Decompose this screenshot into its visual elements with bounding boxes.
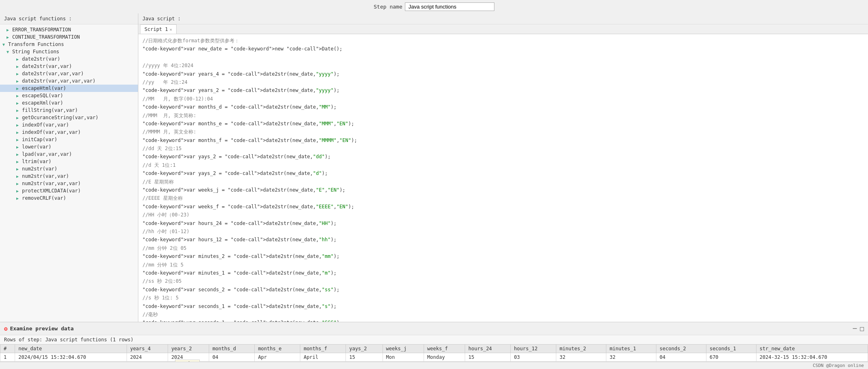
tree-item-initCap[interactable]: ▶initCap(var): [0, 136, 138, 143]
tree-arrow-continue_transformation: ▶: [7, 35, 11, 39]
examine-label: Examine preview data: [10, 325, 74, 332]
code-line-29: //ss 秒 2位:05: [142, 277, 864, 285]
tree-label-fillString: fillString(var,var): [22, 107, 78, 113]
table-cell-0-2: 2024: [127, 353, 168, 362]
tree-item-removeCRLF[interactable]: ▶removeCRLF(var): [0, 194, 138, 202]
rows-label: Rows of step: Java script functions (1 r…: [0, 335, 868, 344]
code-line-25: //mm 分钟 2位 05: [142, 244, 864, 252]
col-header-months_d: months_d: [209, 345, 255, 353]
tree-arrow-ltrim: ▶: [16, 159, 20, 164]
tree-label-num2str_3: num2str(var,var,var): [22, 181, 81, 186]
code-line-31: //s 秒 1位: 5: [142, 294, 864, 302]
tree-label-escapeXml: escapeXml(var): [22, 100, 63, 106]
tree-item-getOcuranceString[interactable]: ▶getOcuranceString(var,var): [0, 114, 138, 121]
tree-item-num2str_1[interactable]: ▶num2str(var): [0, 165, 138, 172]
tree-item-date2str_1[interactable]: ▶date2str(var): [0, 55, 138, 63]
tree-arrow-indexOf_2: ▶: [16, 130, 20, 135]
code-line-4: "code-keyword">var years_4 = "code-call"…: [142, 70, 864, 78]
tree-arrow-date2str_4: ▶: [16, 79, 20, 83]
tree-label-getOcuranceString: getOcuranceString(var,var): [22, 115, 98, 120]
tree-item-lower[interactable]: ▶lower(var): [0, 143, 138, 151]
tree-arrow-date2str_2: ▶: [16, 64, 20, 69]
tree-item-indexOf_2[interactable]: ▶indexOf(var,var,var): [0, 129, 138, 136]
expand-button[interactable]: □: [860, 325, 864, 332]
table-cell-0-16: 2024-32-15 15:32:04.670: [756, 353, 868, 362]
tree-arrow-getOcuranceString: ▶: [16, 116, 20, 120]
step-name-input[interactable]: [405, 2, 494, 11]
tree-arrow-num2str_3: ▶: [16, 181, 20, 186]
code-line-8: "code-keyword">var months_d = "code-call…: [142, 103, 864, 111]
tree-arrow-num2str_1: ▶: [16, 167, 20, 171]
col-header-str_new_date: str_new_date: [756, 345, 868, 353]
code-line-30: "code-keyword">var seconds_2 = "code-cal…: [142, 286, 864, 294]
tree-item-num2str_3[interactable]: ▶num2str(var,var,var): [0, 180, 138, 187]
tree-item-ltrim[interactable]: ▶ltrim(var): [0, 158, 138, 165]
tree-item-date2str_3[interactable]: ▶date2str(var,var,var): [0, 70, 138, 77]
script-tabs: Script 1 ✕: [138, 24, 868, 34]
tree-arrow-num2str_2: ▶: [16, 174, 20, 179]
tree-item-indexOf_1[interactable]: ▶indexOf(var,var): [0, 121, 138, 129]
status-text: CSDN @Dragon online: [813, 363, 864, 368]
tree-label-date2str_2: date2str(var,var): [22, 63, 72, 69]
tree-item-error_transformation[interactable]: ▶ERROR_TRANSFORMATION: [0, 26, 138, 33]
step-name-bar: Step name: [0, 0, 868, 13]
tree-item-date2str_4[interactable]: ▶date2str(var,var,var,var): [0, 77, 138, 85]
step-name-label: Step name: [374, 4, 402, 10]
code-line-2: [142, 53, 864, 61]
table-cell-0-11: 03: [511, 353, 556, 362]
code-line-26: "code-keyword">var minutes_2 = "code-cal…: [142, 252, 864, 260]
col-header-hours_24: hours_24: [465, 345, 511, 353]
tree-item-date2str_2[interactable]: ▶date2str(var,var): [0, 63, 138, 70]
code-line-6: "code-keyword">var years_2 = "code-call"…: [142, 86, 864, 94]
table-cell-0-9: Monday: [424, 353, 465, 362]
tree-label-continue_transformation: CONTINUE_TRANSFORMATION: [12, 34, 80, 40]
code-line-21: //HH 小时（00-23): [142, 211, 864, 219]
script-tab-1[interactable]: Script 1 ✕: [140, 24, 177, 34]
left-panel-header: Java script functions :: [0, 13, 138, 24]
code-area[interactable]: //日期格式化参数format参数类型供参考："code-keyword">va…: [138, 34, 868, 322]
status-bar: CSDN @Dragon online: [0, 362, 868, 369]
code-line-19: //EEEE 星期全称: [142, 194, 864, 202]
tree-item-continue_transformation[interactable]: ▶CONTINUE_TRANSFORMATION: [0, 33, 138, 41]
code-line-15: //d 天 1位:1: [142, 161, 864, 169]
tree-item-escapeXml[interactable]: ▶escapeXml(var): [0, 99, 138, 107]
code-line-16: "code-keyword">var yays_2 = "code-call">…: [142, 169, 864, 177]
tree-arrow-string_functions: ▼: [7, 50, 11, 54]
code-line-14: "code-keyword">var yays_2 = "code-call">…: [142, 153, 864, 161]
code-line-0: //日期格式化参数format参数类型供参考：: [142, 37, 864, 45]
tree-arrow-date2str_1: ▶: [16, 57, 20, 61]
bottom-header: ⚙ Examine preview data ─ □: [0, 322, 868, 335]
tree-item-transform_functions[interactable]: ▼Transform Functions: [0, 41, 138, 48]
data-table-wrapper: #new_dateyears_4years_2months_dmonths_em…: [0, 344, 868, 362]
tree-item-escapeHtml[interactable]: ▶escapeHtml(var): [0, 85, 138, 92]
col-header-new_date: new_date: [15, 345, 127, 353]
tree-arrow-initCap: ▶: [16, 138, 20, 142]
col-header-#: #: [0, 345, 15, 353]
code-line-12: "code-keyword">var months_f = "code-call…: [142, 136, 864, 144]
tree-arrow-error_transformation: ▶: [7, 28, 11, 32]
minimize-button[interactable]: ─: [853, 325, 857, 332]
bottom-header-left: ⚙ Examine preview data: [4, 325, 74, 332]
tree-arrow-date2str_3: ▶: [16, 72, 20, 76]
tree-item-string_functions[interactable]: ▼String Functions: [0, 48, 138, 55]
right-panel-header: Java script :: [138, 13, 868, 24]
tree-item-fillString[interactable]: ▶fillString(var,var): [0, 107, 138, 114]
tree-label-date2str_1: date2str(var): [22, 56, 60, 62]
tree-item-escapeSQL[interactable]: ▶escapeSQL(var): [0, 92, 138, 99]
tree-label-escapeSQL: escapeSQL(var): [22, 93, 63, 98]
tree-item-num2str_2[interactable]: ▶num2str(var,var): [0, 172, 138, 180]
data-table: #new_dateyears_4years_2months_dmonths_em…: [0, 344, 868, 362]
tree-arrow-lpad: ▶: [16, 152, 20, 157]
col-header-months_f: months_f: [300, 345, 346, 353]
col-header-seconds_1: seconds_1: [706, 345, 756, 353]
tree-arrow-removeCRLF: ▶: [16, 196, 20, 201]
tree-item-protectXMLCDATA[interactable]: ▶protectXMLCDATA(var): [0, 187, 138, 194]
col-header-minutes_1: minutes_1: [606, 345, 656, 353]
table-cell-0-8: Mon: [383, 353, 424, 362]
tree-label-protectXMLCDATA: protectXMLCDATA(var): [22, 188, 81, 194]
code-line-1: "code-keyword">var new_date = "code-keyw…: [142, 45, 864, 53]
tree-item-lpad[interactable]: ▶lpad(var,var,var): [0, 151, 138, 158]
tree-label-date2str_4: date2str(var,var,var,var): [22, 78, 96, 84]
close-icon[interactable]: ✕: [170, 27, 172, 32]
tree-label-string_functions: String Functions: [12, 49, 59, 55]
